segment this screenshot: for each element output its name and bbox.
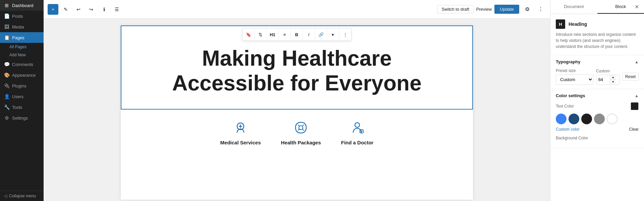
tools-icon: 🔧 [4, 105, 9, 110]
feature-item-health-packages: Health Packages [281, 120, 321, 145]
current-text-color-swatch[interactable] [631, 102, 639, 110]
top-bar-right: Switch to draft Preview Update ⚙ ⋮ [437, 4, 546, 15]
features-row: Medical Services Health Packages [121, 110, 473, 155]
color-actions: Custom color Clear [556, 127, 639, 132]
medical-services-icon [232, 120, 249, 136]
sidebar-item-appearance[interactable]: 🎨 Appearance [0, 70, 44, 80]
redo-button[interactable]: ↪ [86, 4, 97, 15]
sidebar: ⊞ Dashboard 📄 Posts 🖼 Media 📋 Pages All … [0, 0, 44, 201]
editor-options-button[interactable]: ⋮ [535, 4, 546, 15]
settings-icon: ⚙ [4, 115, 9, 121]
sidebar-item-label: Tools [12, 105, 22, 110]
users-icon: 👤 [4, 94, 9, 99]
top-toolbar: ＋ ✎ ↩ ↪ ℹ ☰ Switch to draft Preview Upda… [44, 0, 550, 19]
spin-down-button[interactable]: ▼ [610, 80, 616, 84]
color-toggle-button[interactable]: ▲ [635, 93, 639, 98]
heading-block-icon: H [556, 19, 565, 29]
custom-label: Custom [596, 69, 620, 73]
more-rich-text-button[interactable]: ▾ [327, 28, 339, 41]
block-info-description: Introduce new sections and organize cont… [556, 31, 639, 50]
move-block-button[interactable]: ⇅ [255, 28, 267, 41]
details-button[interactable]: ℹ [99, 4, 109, 15]
typography-toggle-button[interactable]: ▲ [635, 60, 639, 64]
sidebar-subitem-add-new[interactable]: Add New [0, 51, 44, 59]
sidebar-item-tools[interactable]: 🔧 Tools [0, 102, 44, 113]
preset-size-select[interactable]: Custom Small Medium Large X-Large [556, 74, 593, 85]
preset-size-row: Preset size Custom Small Medium Large X-… [556, 68, 639, 85]
sidebar-item-label: Pages [12, 35, 24, 40]
sidebar-item-users[interactable]: 👤 Users [0, 91, 44, 102]
sidebar-item-dashboard[interactable]: ⊞ Dashboard [0, 0, 44, 11]
block-info-header: H Heading [556, 19, 639, 29]
sidebar-item-label: Dashboard [12, 3, 34, 8]
align-button[interactable]: ≡ [279, 28, 291, 41]
italic-button[interactable]: I [303, 28, 315, 41]
sidebar-item-label: Plugins [12, 83, 26, 88]
background-color-section: Background Color [556, 136, 639, 140]
sidebar-item-label: Settings [12, 116, 28, 121]
custom-color-link[interactable]: Custom color [556, 127, 580, 132]
block-options-button[interactable]: ⋮ [339, 28, 351, 41]
sidebar-item-media[interactable]: 🖼 Media [0, 21, 44, 32]
spin-up-button[interactable]: ▲ [610, 75, 616, 80]
swatch-white[interactable] [607, 114, 618, 124]
color-section-header: Color settings ▲ [556, 93, 639, 98]
preset-col: Preset size Custom Small Medium Large X-… [556, 68, 593, 85]
heading-level-button[interactable]: H1 [267, 28, 279, 41]
swatch-blue-light[interactable] [556, 114, 567, 124]
tools-button[interactable]: ✎ [60, 4, 71, 15]
bg-color-label: Background Color [556, 136, 639, 140]
panel-tabs: Document Block ✕ [550, 0, 644, 14]
update-button[interactable]: Update [494, 5, 519, 14]
color-swatches [556, 114, 639, 124]
swatch-blue-dark[interactable] [569, 114, 579, 124]
dashboard-icon: ⊞ [4, 3, 9, 8]
collapse-icon: ◁ [4, 194, 7, 198]
block-type-button[interactable]: 🔖 [243, 28, 255, 41]
sidebar-item-plugins[interactable]: 🔌 Plugins [0, 80, 44, 91]
pages-icon: 📋 [4, 35, 9, 40]
sidebar-item-posts[interactable]: 📄 Posts [0, 11, 44, 21]
custom-size-input-wrap: ▲ ▼ [596, 75, 620, 85]
link-button[interactable]: 🔗 [315, 28, 327, 41]
text-color-label: Text Color [556, 104, 628, 109]
custom-col: Custom ▲ ▼ [596, 69, 620, 85]
find-doctor-icon [349, 120, 365, 136]
reset-size-button[interactable]: Reset [622, 73, 639, 81]
page-settings-button[interactable]: ⚙ [522, 4, 533, 15]
feature-label-medical: Medical Services [220, 140, 261, 145]
swatch-gray[interactable] [594, 114, 605, 124]
sidebar-item-pages[interactable]: 📋 Pages [0, 32, 44, 43]
sidebar-item-label: Users [12, 94, 23, 99]
preset-size-label: Preset size [556, 68, 593, 73]
editor-canvas: 🔖 ⇅ H1 ≡ B I 🔗 ▾ ⋮ Making Healthcare Acc… [121, 25, 473, 200]
clear-color-button[interactable]: Clear [629, 127, 639, 132]
sidebar-subitem-all-pages[interactable]: All Pages [0, 43, 44, 51]
bg-color-row: Background Color [556, 136, 639, 140]
tab-document[interactable]: Document [550, 0, 597, 14]
svg-point-1 [355, 123, 360, 127]
panel-close-button[interactable]: ✕ [632, 2, 641, 12]
comments-icon: 💬 [4, 62, 9, 67]
custom-size-input[interactable] [596, 75, 610, 84]
sidebar-item-settings[interactable]: ⚙ Settings [0, 113, 44, 123]
preview-button[interactable]: Preview [476, 7, 492, 12]
typography-section-title: Typography [556, 59, 580, 64]
switch-to-draft-button[interactable]: Switch to draft [437, 5, 473, 13]
add-block-button[interactable]: ＋ [48, 4, 58, 15]
spin-buttons: ▲ ▼ [610, 75, 616, 84]
swatch-black[interactable] [581, 114, 592, 124]
undo-button[interactable]: ↩ [73, 4, 84, 15]
feature-item-medical-services: Medical Services [220, 120, 261, 145]
sidebar-item-comments[interactable]: 💬 Comments [0, 59, 44, 70]
bold-button[interactable]: B [291, 28, 303, 41]
heading-text: Making Healthcare Accessible for Everyon… [148, 46, 445, 95]
right-panel: Document Block ✕ H Heading Introduce new… [550, 0, 644, 201]
appearance-icon: 🎨 [4, 72, 9, 78]
main-content-area: ＋ ✎ ↩ ↪ ℹ ☰ Switch to draft Preview Upda… [44, 0, 550, 201]
collapse-menu-button[interactable]: ◁ Collapse menu [0, 191, 44, 201]
typography-section: Typography ▲ Preset size Custom Small Me… [550, 55, 644, 89]
sidebar-item-label: Media [12, 24, 24, 29]
list-view-button[interactable]: ☰ [111, 4, 122, 15]
color-section-title: Color settings [556, 93, 585, 98]
